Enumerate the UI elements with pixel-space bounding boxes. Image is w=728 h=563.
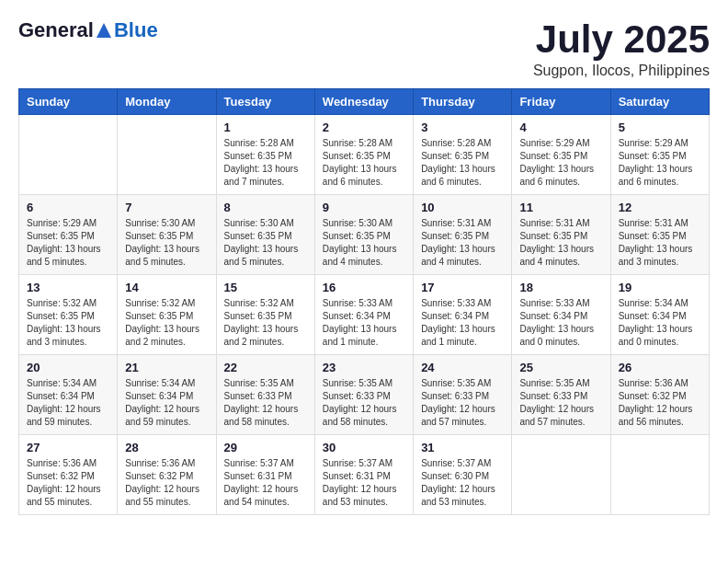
calendar-cell: 3Sunrise: 5:28 AM Sunset: 6:35 PM Daylig… bbox=[414, 115, 512, 195]
calendar-week-row: 27Sunrise: 5:36 AM Sunset: 6:32 PM Dayli… bbox=[19, 435, 710, 515]
day-info: Sunrise: 5:34 AM Sunset: 6:34 PM Dayligh… bbox=[27, 377, 109, 429]
calendar-week-row: 20Sunrise: 5:34 AM Sunset: 6:34 PM Dayli… bbox=[19, 355, 710, 435]
calendar-cell: 28Sunrise: 5:36 AM Sunset: 6:32 PM Dayli… bbox=[118, 435, 216, 515]
day-info: Sunrise: 5:31 AM Sunset: 6:35 PM Dayligh… bbox=[519, 217, 602, 269]
day-info: Sunrise: 5:32 AM Sunset: 6:35 PM Dayligh… bbox=[224, 297, 307, 349]
day-number: 5 bbox=[619, 121, 701, 134]
weekday-header-saturday: Saturday bbox=[610, 89, 709, 115]
day-info: Sunrise: 5:33 AM Sunset: 6:34 PM Dayligh… bbox=[421, 297, 504, 349]
weekday-header-tuesday: Tuesday bbox=[216, 89, 314, 115]
calendar-cell: 30Sunrise: 5:37 AM Sunset: 6:31 PM Dayli… bbox=[314, 435, 413, 515]
day-number: 21 bbox=[125, 361, 208, 374]
day-info: Sunrise: 5:34 AM Sunset: 6:34 PM Dayligh… bbox=[619, 297, 701, 349]
svg-marker-0 bbox=[97, 23, 111, 38]
calendar-cell: 29Sunrise: 5:37 AM Sunset: 6:31 PM Dayli… bbox=[216, 435, 314, 515]
day-number: 11 bbox=[519, 201, 602, 214]
calendar-cell bbox=[19, 115, 118, 195]
day-number: 25 bbox=[519, 361, 602, 374]
day-number: 22 bbox=[224, 361, 307, 374]
day-number: 31 bbox=[421, 441, 504, 454]
day-info: Sunrise: 5:28 AM Sunset: 6:35 PM Dayligh… bbox=[421, 137, 504, 189]
day-number: 8 bbox=[224, 201, 307, 214]
day-number: 10 bbox=[421, 201, 504, 214]
day-number: 24 bbox=[421, 361, 504, 374]
page-header: General Blue July 2025 Sugpon, Ilocos, P… bbox=[18, 18, 710, 79]
day-number: 28 bbox=[125, 441, 208, 454]
day-number: 6 bbox=[27, 201, 109, 214]
logo-general-text: General bbox=[18, 18, 94, 42]
calendar-cell: 22Sunrise: 5:35 AM Sunset: 6:33 PM Dayli… bbox=[216, 355, 314, 435]
day-number: 27 bbox=[27, 441, 109, 454]
calendar-cell bbox=[512, 435, 610, 515]
calendar-cell: 15Sunrise: 5:32 AM Sunset: 6:35 PM Dayli… bbox=[216, 275, 314, 355]
day-number: 4 bbox=[519, 121, 602, 134]
month-title: July 2025 bbox=[533, 18, 710, 61]
day-number: 23 bbox=[323, 361, 405, 374]
day-info: Sunrise: 5:34 AM Sunset: 6:34 PM Dayligh… bbox=[125, 377, 208, 429]
calendar-cell: 21Sunrise: 5:34 AM Sunset: 6:34 PM Dayli… bbox=[118, 355, 216, 435]
day-number: 13 bbox=[27, 281, 109, 294]
calendar-cell: 26Sunrise: 5:36 AM Sunset: 6:32 PM Dayli… bbox=[610, 355, 709, 435]
day-info: Sunrise: 5:35 AM Sunset: 6:33 PM Dayligh… bbox=[224, 377, 307, 429]
weekday-header-wednesday: Wednesday bbox=[314, 89, 413, 115]
calendar-cell: 2Sunrise: 5:28 AM Sunset: 6:35 PM Daylig… bbox=[314, 115, 413, 195]
day-info: Sunrise: 5:35 AM Sunset: 6:33 PM Dayligh… bbox=[421, 377, 504, 429]
weekday-header-row: SundayMondayTuesdayWednesdayThursdayFrid… bbox=[19, 89, 710, 115]
day-number: 7 bbox=[125, 201, 208, 214]
day-info: Sunrise: 5:37 AM Sunset: 6:30 PM Dayligh… bbox=[421, 457, 504, 509]
calendar-cell: 19Sunrise: 5:34 AM Sunset: 6:34 PM Dayli… bbox=[610, 275, 709, 355]
calendar-cell: 13Sunrise: 5:32 AM Sunset: 6:35 PM Dayli… bbox=[19, 275, 118, 355]
calendar-cell: 31Sunrise: 5:37 AM Sunset: 6:30 PM Dayli… bbox=[414, 435, 512, 515]
calendar-cell: 12Sunrise: 5:31 AM Sunset: 6:35 PM Dayli… bbox=[610, 195, 709, 275]
day-number: 15 bbox=[224, 281, 307, 294]
calendar-cell: 9Sunrise: 5:30 AM Sunset: 6:35 PM Daylig… bbox=[314, 195, 413, 275]
day-info: Sunrise: 5:30 AM Sunset: 6:35 PM Dayligh… bbox=[125, 217, 208, 269]
calendar-cell: 16Sunrise: 5:33 AM Sunset: 6:34 PM Dayli… bbox=[314, 275, 413, 355]
calendar-table: SundayMondayTuesdayWednesdayThursdayFrid… bbox=[18, 88, 710, 515]
day-info: Sunrise: 5:28 AM Sunset: 6:35 PM Dayligh… bbox=[224, 137, 307, 189]
day-info: Sunrise: 5:30 AM Sunset: 6:35 PM Dayligh… bbox=[323, 217, 405, 269]
day-info: Sunrise: 5:28 AM Sunset: 6:35 PM Dayligh… bbox=[323, 137, 405, 189]
logo-icon bbox=[95, 21, 113, 40]
calendar-cell: 17Sunrise: 5:33 AM Sunset: 6:34 PM Dayli… bbox=[414, 275, 512, 355]
day-info: Sunrise: 5:35 AM Sunset: 6:33 PM Dayligh… bbox=[519, 377, 602, 429]
day-number: 9 bbox=[323, 201, 405, 214]
calendar-cell: 4Sunrise: 5:29 AM Sunset: 6:35 PM Daylig… bbox=[512, 115, 610, 195]
calendar-cell: 24Sunrise: 5:35 AM Sunset: 6:33 PM Dayli… bbox=[414, 355, 512, 435]
day-number: 20 bbox=[27, 361, 109, 374]
calendar-cell: 27Sunrise: 5:36 AM Sunset: 6:32 PM Dayli… bbox=[19, 435, 118, 515]
calendar-cell bbox=[610, 435, 709, 515]
day-number: 1 bbox=[224, 121, 307, 134]
location-title: Sugpon, Ilocos, Philippines bbox=[533, 63, 710, 79]
calendar-week-row: 6Sunrise: 5:29 AM Sunset: 6:35 PM Daylig… bbox=[19, 195, 710, 275]
calendar-cell: 25Sunrise: 5:35 AM Sunset: 6:33 PM Dayli… bbox=[512, 355, 610, 435]
day-info: Sunrise: 5:35 AM Sunset: 6:33 PM Dayligh… bbox=[323, 377, 405, 429]
calendar-cell: 8Sunrise: 5:30 AM Sunset: 6:35 PM Daylig… bbox=[216, 195, 314, 275]
day-number: 29 bbox=[224, 441, 307, 454]
day-info: Sunrise: 5:29 AM Sunset: 6:35 PM Dayligh… bbox=[619, 137, 701, 189]
calendar-cell: 23Sunrise: 5:35 AM Sunset: 6:33 PM Dayli… bbox=[314, 355, 413, 435]
day-info: Sunrise: 5:37 AM Sunset: 6:31 PM Dayligh… bbox=[224, 457, 307, 509]
calendar-cell: 11Sunrise: 5:31 AM Sunset: 6:35 PM Dayli… bbox=[512, 195, 610, 275]
day-number: 17 bbox=[421, 281, 504, 294]
weekday-header-friday: Friday bbox=[512, 89, 610, 115]
calendar-cell: 1Sunrise: 5:28 AM Sunset: 6:35 PM Daylig… bbox=[216, 115, 314, 195]
day-number: 16 bbox=[323, 281, 405, 294]
logo-blue-text: Blue bbox=[114, 18, 158, 42]
calendar-week-row: 1Sunrise: 5:28 AM Sunset: 6:35 PM Daylig… bbox=[19, 115, 710, 195]
weekday-header-sunday: Sunday bbox=[19, 89, 118, 115]
day-info: Sunrise: 5:37 AM Sunset: 6:31 PM Dayligh… bbox=[323, 457, 405, 509]
calendar-cell: 5Sunrise: 5:29 AM Sunset: 6:35 PM Daylig… bbox=[610, 115, 709, 195]
day-number: 3 bbox=[421, 121, 504, 134]
weekday-header-monday: Monday bbox=[118, 89, 216, 115]
calendar-cell bbox=[118, 115, 216, 195]
logo: General Blue bbox=[18, 18, 158, 42]
day-info: Sunrise: 5:29 AM Sunset: 6:35 PM Dayligh… bbox=[519, 137, 602, 189]
day-number: 2 bbox=[323, 121, 405, 134]
day-info: Sunrise: 5:31 AM Sunset: 6:35 PM Dayligh… bbox=[421, 217, 504, 269]
day-number: 18 bbox=[519, 281, 602, 294]
day-info: Sunrise: 5:33 AM Sunset: 6:34 PM Dayligh… bbox=[323, 297, 405, 349]
calendar-cell: 6Sunrise: 5:29 AM Sunset: 6:35 PM Daylig… bbox=[19, 195, 118, 275]
day-info: Sunrise: 5:36 AM Sunset: 6:32 PM Dayligh… bbox=[27, 457, 109, 509]
calendar-cell: 20Sunrise: 5:34 AM Sunset: 6:34 PM Dayli… bbox=[19, 355, 118, 435]
